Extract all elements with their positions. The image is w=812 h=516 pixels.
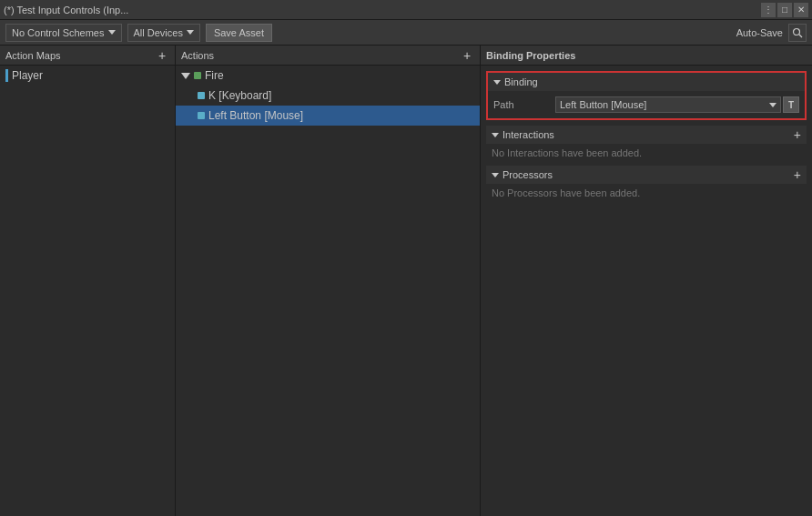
path-dropdown[interactable]: Left Button [Mouse]: [555, 96, 781, 113]
action-map-name: Player: [12, 69, 43, 82]
expand-icon: [181, 73, 190, 79]
chevron-down-icon: [187, 30, 194, 35]
interactions-label: Interactions: [502, 129, 554, 140]
binding-color-indicator: [198, 112, 205, 119]
processors-header-left: Processors: [492, 169, 553, 180]
add-interaction-button[interactable]: +: [794, 128, 801, 141]
action-name: Fire: [205, 69, 224, 82]
binding-expand-icon: [493, 80, 501, 85]
add-action-button[interactable]: +: [460, 48, 474, 63]
chevron-down-icon: [108, 30, 116, 35]
path-chevron-icon: [769, 103, 776, 107]
binding-mouse-name: Left Button [Mouse]: [208, 109, 303, 122]
close-button[interactable]: ✕: [794, 3, 808, 17]
interactions-content: No Interactions have been added.: [486, 144, 807, 162]
search-icon: [792, 27, 803, 38]
autosave-label: Auto-Save: [736, 27, 783, 38]
svg-line-1: [799, 35, 802, 37]
actions-panel: Actions + Fire K [Keyboard] Left Button …: [176, 46, 481, 516]
binding-properties-header: Binding Properties: [481, 46, 812, 66]
path-label: Path: [493, 99, 548, 110]
action-maps-title: Action Maps: [5, 50, 61, 61]
action-color-indicator: [194, 72, 201, 79]
processors-expand-icon: [492, 173, 499, 177]
title-bar-left: (*) Test Input Controls (Inp...: [4, 5, 128, 15]
toolbar: No Control Schemes All Devices Save Asse…: [0, 20, 812, 46]
maximize-button[interactable]: □: [777, 3, 792, 17]
actions-title: Actions: [181, 50, 214, 61]
binding-mouse[interactable]: Left Button [Mouse]: [176, 106, 480, 126]
binding-section: Binding Path Left Button [Mouse] T: [486, 71, 807, 120]
processors-content: No Processors have been added.: [486, 184, 807, 202]
processors-header[interactable]: Processors +: [486, 166, 807, 184]
action-maps-panel: Action Maps + Player: [0, 46, 176, 516]
binding-color-indicator: [198, 92, 205, 99]
map-color-indicator: [5, 69, 8, 82]
interactions-section: Interactions + No Interactions have been…: [486, 126, 807, 162]
add-processor-button[interactable]: +: [794, 168, 801, 181]
svg-point-0: [794, 28, 800, 35]
binding-section-header[interactable]: Binding: [488, 73, 805, 91]
more-button[interactable]: ⋮: [761, 3, 776, 17]
title-bar: (*) Test Input Controls (Inp... ⋮ □ ✕: [0, 0, 812, 20]
processors-label: Processors: [502, 169, 553, 180]
binding-section-label: Binding: [504, 76, 538, 87]
add-action-map-button[interactable]: +: [155, 48, 169, 63]
search-button[interactable]: [788, 24, 807, 42]
binding-properties-panel: Binding Properties Binding Path Left But…: [481, 46, 812, 516]
path-value-container: Left Button [Mouse] T: [555, 96, 799, 113]
interactions-header-left: Interactions: [492, 129, 554, 140]
all-devices-dropdown[interactable]: All Devices: [127, 24, 200, 42]
action-fire[interactable]: Fire: [176, 66, 480, 86]
binding-properties-title: Binding Properties: [486, 50, 575, 61]
main-content: Action Maps + Player Actions + Fire K [K…: [0, 46, 812, 516]
title-bar-right: ⋮ □ ✕: [761, 3, 808, 17]
interactions-expand-icon: [492, 133, 499, 137]
window-title: (*) Test Input Controls (Inp...: [4, 5, 128, 15]
no-control-schemes-dropdown[interactable]: No Control Schemes: [5, 24, 122, 42]
actions-header: Actions +: [176, 46, 480, 66]
path-value: Left Button [Mouse]: [560, 99, 646, 110]
path-property-row: Path Left Button [Mouse] T: [493, 95, 799, 115]
action-maps-header: Action Maps +: [0, 46, 175, 66]
action-map-player[interactable]: Player: [0, 66, 175, 86]
binding-section-content: Path Left Button [Mouse] T: [488, 91, 805, 118]
save-asset-button[interactable]: Save Asset: [206, 24, 272, 42]
no-processors-message: No Processors have been added.: [492, 187, 640, 198]
interactions-header[interactable]: Interactions +: [486, 126, 807, 144]
binding-keyboard[interactable]: K [Keyboard]: [176, 86, 480, 106]
binding-keyboard-name: K [Keyboard]: [208, 89, 271, 102]
no-interactions-message: No Interactions have been added.: [492, 147, 642, 158]
path-t-button[interactable]: T: [783, 96, 799, 113]
processors-section: Processors + No Processors have been add…: [486, 166, 807, 202]
